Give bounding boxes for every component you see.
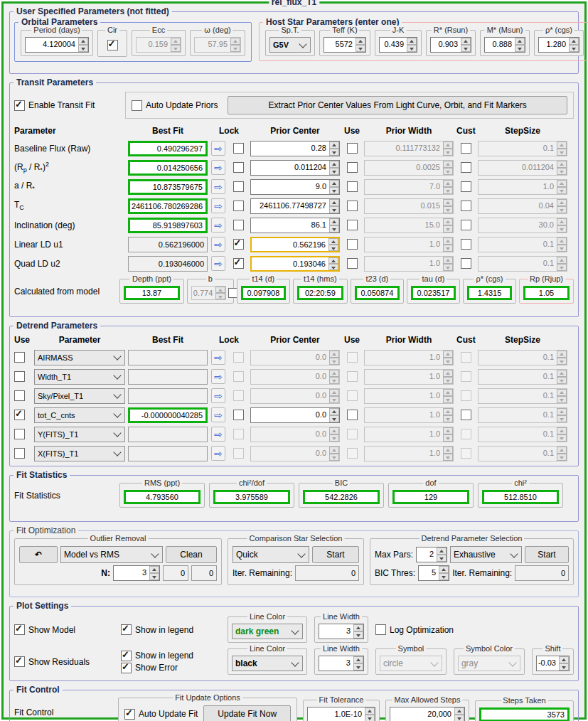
comp-mode-dropdown[interactable]: Quick — [232, 546, 309, 563]
prior-center-spinner[interactable]: 0.193046 — [250, 256, 340, 272]
stepsize-spinner[interactable]: 0.1 — [478, 256, 567, 272]
spinner-buttons[interactable] — [443, 427, 453, 442]
lock-checkbox[interactable] — [233, 143, 244, 154]
update-fit-now-button[interactable]: Update Fit Now — [203, 705, 291, 721]
dsel-mode-dropdown[interactable]: Exhaustive — [450, 546, 522, 563]
prior-width-spinner[interactable]: 0.111773132 — [364, 141, 454, 156]
stepsize-spinner[interactable]: 0.1 — [478, 141, 567, 156]
prior-width-spinner[interactable]: 1.0 — [364, 388, 454, 404]
lock-checkbox[interactable] — [233, 448, 244, 459]
stepsize-spinner[interactable]: 0.011204 — [478, 160, 567, 176]
cust-checkbox[interactable] — [461, 239, 471, 250]
spinner-buttons[interactable] — [329, 351, 339, 365]
spinner-buttons[interactable] — [557, 389, 567, 403]
spinner-buttons[interactable] — [557, 370, 567, 384]
spinner-buttons[interactable] — [557, 408, 567, 422]
detrend-param-dropdown[interactable]: Y(FITS)_T1 — [34, 427, 125, 442]
best-fit-field[interactable]: -0.000000040285 — [128, 407, 208, 423]
best-fit-field[interactable]: 0.014250656 — [128, 160, 208, 176]
cust-checkbox[interactable] — [461, 143, 471, 154]
spinner-buttons[interactable] — [557, 351, 567, 365]
cust-checkbox[interactable] — [461, 410, 471, 420]
stepsize-spinner[interactable]: 0.1 — [478, 369, 567, 385]
spinner-buttons[interactable] — [443, 389, 453, 403]
spinner-buttons[interactable] — [443, 218, 453, 233]
show-error[interactable]: Show Error — [121, 663, 220, 673]
lock-checkbox[interactable] — [233, 352, 244, 363]
auto-update-fit[interactable]: Auto Update Fit — [124, 709, 198, 720]
spinner-buttons[interactable] — [443, 180, 453, 194]
spinner-buttons[interactable] — [557, 257, 567, 271]
lock-checkbox[interactable] — [233, 239, 244, 250]
cust-checkbox[interactable] — [461, 258, 471, 269]
prior-width-spinner[interactable]: 1.0 — [364, 237, 454, 252]
best-fit-field[interactable]: 85.919897603 — [128, 218, 208, 233]
auto-update-fit-checkbox[interactable] — [124, 709, 135, 720]
rstar-spinner[interactable]: 0.903 — [430, 37, 471, 53]
transfer-arrow-button[interactable]: ⇨ — [211, 141, 225, 156]
lock-checkbox[interactable] — [233, 371, 244, 382]
spinner-buttons[interactable] — [443, 237, 453, 252]
transfer-arrow-button[interactable]: ⇨ — [211, 256, 225, 271]
period-spinner[interactable]: 4.120004 — [25, 37, 89, 53]
cust-checkbox[interactable] — [461, 448, 471, 459]
spinner-buttons[interactable] — [78, 38, 88, 52]
residuals-line-color-dropdown[interactable]: black — [232, 656, 303, 671]
prior-center-spinner[interactable]: 0.0 — [250, 350, 340, 365]
n-spinner[interactable]: 3 — [113, 565, 160, 581]
lock-checkbox[interactable] — [233, 201, 244, 211]
use-checkbox[interactable] — [347, 239, 358, 250]
spinner-buttons[interactable] — [365, 707, 375, 721]
cust-checkbox[interactable] — [461, 181, 471, 192]
symbol-color-dropdown[interactable]: gray — [458, 656, 520, 671]
spinner-buttons[interactable] — [454, 707, 464, 721]
spinner-buttons[interactable] — [439, 566, 449, 580]
prior-center-spinner[interactable]: 0.0 — [250, 446, 340, 461]
show-residuals-checkbox[interactable] — [14, 656, 25, 667]
lock-checkbox[interactable] — [233, 220, 244, 230]
max-pars-spinner[interactable]: 2 — [416, 547, 447, 562]
transfer-arrow-button[interactable]: ⇨ — [211, 160, 225, 175]
cir-checkbox[interactable] — [107, 40, 118, 50]
spinner-buttons[interactable] — [329, 408, 339, 422]
spinner-buttons[interactable] — [329, 218, 339, 233]
cust-checkbox[interactable] — [461, 201, 471, 211]
use-checkbox[interactable] — [347, 201, 358, 211]
spinner-buttons[interactable] — [329, 370, 339, 384]
best-fit-field[interactable]: 0.490296297 — [128, 141, 208, 156]
undo-button[interactable]: ↶ — [19, 546, 58, 563]
spinner-buttons[interactable] — [329, 180, 339, 194]
ecc-spinner[interactable]: 0.159 — [136, 37, 181, 53]
best-fit-field[interactable] — [128, 446, 208, 461]
mstar-spinner[interactable]: 0.888 — [484, 37, 525, 53]
prior-width-spinner[interactable]: 0.015 — [364, 198, 454, 214]
best-fit-field[interactable] — [128, 369, 208, 385]
spinner-buttons[interactable] — [329, 447, 339, 461]
spinner-buttons[interactable] — [437, 548, 447, 562]
use2-checkbox[interactable] — [347, 352, 358, 363]
use2-checkbox[interactable] — [347, 429, 358, 439]
cust-checkbox[interactable] — [461, 429, 471, 439]
spinner-buttons[interactable] — [443, 370, 453, 384]
use-checkbox[interactable] — [14, 371, 25, 382]
use-checkbox[interactable] — [14, 429, 25, 439]
transfer-arrow-button[interactable]: ⇨ — [211, 218, 225, 233]
spinner-buttons[interactable] — [443, 257, 453, 271]
cust-checkbox[interactable] — [461, 220, 471, 230]
spinner-buttons[interactable] — [557, 199, 567, 213]
spinner-buttons[interactable] — [443, 447, 453, 461]
use-checkbox[interactable] — [14, 410, 25, 420]
prior-center-spinner[interactable]: 0.562196 — [250, 237, 340, 252]
spinner-buttons[interactable] — [557, 427, 567, 442]
residuals-show-in-legend[interactable]: Show in legend — [121, 651, 220, 661]
spinner-buttons[interactable] — [515, 38, 525, 52]
best-fit-field[interactable]: 2461106.780269286 — [128, 198, 208, 214]
spinner-buttons[interactable] — [557, 161, 567, 175]
spinner-buttons[interactable] — [443, 199, 453, 213]
omega-spinner[interactable]: 57.95 — [194, 37, 241, 53]
stepsize-spinner[interactable]: 0.04 — [478, 198, 567, 214]
cust-checkbox[interactable] — [461, 162, 471, 173]
lock-checkbox[interactable] — [233, 258, 244, 269]
spectral-type-dropdown[interactable]: G5V — [269, 37, 311, 53]
show-model[interactable]: Show Model — [14, 624, 114, 635]
